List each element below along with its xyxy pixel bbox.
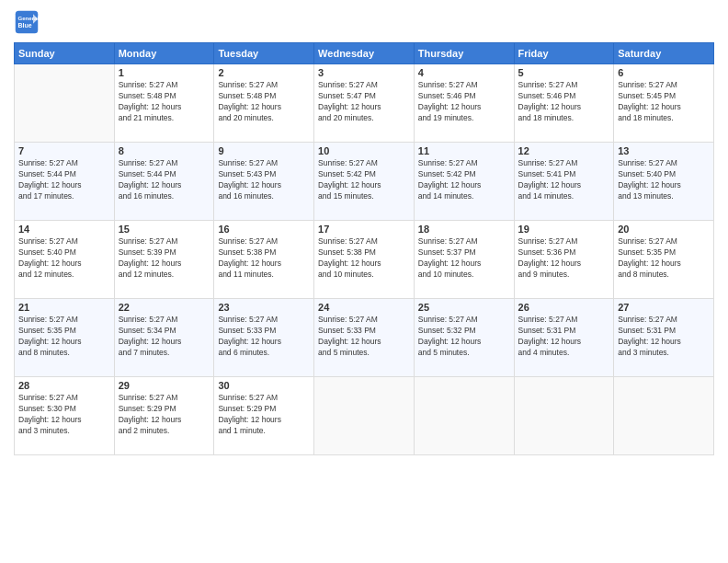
- day-number: 11: [418, 145, 510, 156]
- day-number: 4: [418, 67, 510, 78]
- calendar-week-4: 21Sunrise: 5:27 AMSunset: 5:35 PMDayligh…: [15, 299, 714, 377]
- cell-content: Sunrise: 5:27 AMSunset: 5:35 PMDaylight:…: [18, 315, 110, 359]
- calendar-cell: 4Sunrise: 5:27 AMSunset: 5:46 PMDaylight…: [414, 64, 514, 143]
- calendar-cell: 23Sunrise: 5:27 AMSunset: 5:33 PMDayligh…: [214, 299, 314, 377]
- calendar-cell: 28Sunrise: 5:27 AMSunset: 5:30 PMDayligh…: [15, 377, 115, 455]
- cell-content: Sunrise: 5:27 AMSunset: 5:43 PMDaylight:…: [218, 158, 310, 202]
- calendar-cell: 17Sunrise: 5:27 AMSunset: 5:38 PMDayligh…: [314, 221, 415, 299]
- calendar-cell: [15, 64, 115, 143]
- cell-content: Sunrise: 5:27 AMSunset: 5:36 PMDaylight:…: [518, 236, 610, 281]
- day-number: 23: [218, 302, 310, 313]
- cell-content: Sunrise: 5:27 AMSunset: 5:38 PMDaylight:…: [218, 236, 310, 281]
- cell-content: Sunrise: 5:27 AMSunset: 5:40 PMDaylight:…: [618, 158, 710, 202]
- day-number: 12: [518, 145, 610, 156]
- calendar-cell: 24Sunrise: 5:27 AMSunset: 5:33 PMDayligh…: [314, 299, 415, 377]
- calendar-week-5: 28Sunrise: 5:27 AMSunset: 5:30 PMDayligh…: [15, 377, 714, 455]
- cell-content: Sunrise: 5:27 AMSunset: 5:31 PMDaylight:…: [518, 315, 610, 359]
- day-number: 26: [518, 302, 610, 313]
- calendar-cell: 29Sunrise: 5:27 AMSunset: 5:29 PMDayligh…: [114, 377, 214, 455]
- day-number: 29: [119, 380, 210, 391]
- day-number: 6: [618, 67, 710, 78]
- day-number: 16: [218, 224, 310, 235]
- col-header-sunday: Sunday: [15, 43, 115, 64]
- cell-content: Sunrise: 5:27 AMSunset: 5:35 PMDaylight:…: [618, 236, 710, 281]
- day-number: 2: [218, 67, 310, 78]
- calendar-cell: [614, 377, 714, 455]
- calendar-cell: 22Sunrise: 5:27 AMSunset: 5:34 PMDayligh…: [114, 299, 214, 377]
- calendar-cell: 10Sunrise: 5:27 AMSunset: 5:42 PMDayligh…: [314, 143, 415, 221]
- day-number: 21: [18, 302, 110, 313]
- cell-content: Sunrise: 5:27 AMSunset: 5:32 PMDaylight:…: [418, 315, 510, 359]
- page-header: General Blue: [14, 9, 714, 35]
- day-number: 27: [618, 302, 710, 313]
- cell-content: Sunrise: 5:27 AMSunset: 5:34 PMDaylight:…: [119, 315, 210, 359]
- calendar-cell: 15Sunrise: 5:27 AMSunset: 5:39 PMDayligh…: [114, 221, 214, 299]
- cell-content: Sunrise: 5:27 AMSunset: 5:33 PMDaylight:…: [218, 315, 310, 359]
- day-number: 17: [318, 224, 410, 235]
- cell-content: Sunrise: 5:27 AMSunset: 5:44 PMDaylight:…: [119, 158, 210, 202]
- cell-content: Sunrise: 5:27 AMSunset: 5:40 PMDaylight:…: [18, 236, 110, 281]
- logo-icon: General Blue: [14, 9, 40, 35]
- day-number: 20: [618, 224, 710, 235]
- calendar: SundayMondayTuesdayWednesdayThursdayFrid…: [14, 42, 714, 455]
- day-number: 30: [218, 380, 310, 391]
- svg-text:Blue: Blue: [17, 22, 31, 29]
- calendar-cell: [314, 377, 415, 455]
- day-number: 15: [119, 224, 210, 235]
- calendar-week-1: 1Sunrise: 5:27 AMSunset: 5:48 PMDaylight…: [15, 64, 714, 143]
- calendar-cell: [514, 377, 614, 455]
- cell-content: Sunrise: 5:27 AMSunset: 5:48 PMDaylight:…: [218, 80, 310, 124]
- cell-content: Sunrise: 5:27 AMSunset: 5:38 PMDaylight:…: [318, 236, 410, 281]
- cell-content: Sunrise: 5:27 AMSunset: 5:42 PMDaylight:…: [318, 158, 410, 202]
- cell-content: Sunrise: 5:27 AMSunset: 5:39 PMDaylight:…: [119, 236, 210, 281]
- day-number: 5: [518, 67, 610, 78]
- calendar-cell: 3Sunrise: 5:27 AMSunset: 5:47 PMDaylight…: [314, 64, 415, 143]
- cell-content: Sunrise: 5:27 AMSunset: 5:48 PMDaylight:…: [119, 80, 210, 124]
- day-number: 14: [18, 224, 110, 235]
- calendar-cell: 9Sunrise: 5:27 AMSunset: 5:43 PMDaylight…: [214, 143, 314, 221]
- col-header-thursday: Thursday: [414, 43, 514, 64]
- day-number: 3: [318, 67, 410, 78]
- cell-content: Sunrise: 5:27 AMSunset: 5:41 PMDaylight:…: [518, 158, 610, 202]
- cell-content: Sunrise: 5:27 AMSunset: 5:29 PMDaylight:…: [218, 393, 310, 437]
- calendar-cell: 19Sunrise: 5:27 AMSunset: 5:36 PMDayligh…: [514, 221, 614, 299]
- day-number: 8: [119, 145, 210, 156]
- calendar-cell: 7Sunrise: 5:27 AMSunset: 5:44 PMDaylight…: [15, 143, 115, 221]
- calendar-cell: 2Sunrise: 5:27 AMSunset: 5:48 PMDaylight…: [214, 64, 314, 143]
- cell-content: Sunrise: 5:27 AMSunset: 5:33 PMDaylight:…: [318, 315, 410, 359]
- col-header-saturday: Saturday: [614, 43, 714, 64]
- col-header-friday: Friday: [514, 43, 614, 64]
- cell-content: Sunrise: 5:27 AMSunset: 5:46 PMDaylight:…: [518, 80, 610, 124]
- day-number: 18: [418, 224, 510, 235]
- day-number: 1: [119, 67, 210, 78]
- calendar-header-row: SundayMondayTuesdayWednesdayThursdayFrid…: [15, 43, 714, 64]
- day-number: 7: [18, 145, 110, 156]
- cell-content: Sunrise: 5:27 AMSunset: 5:29 PMDaylight:…: [119, 393, 210, 437]
- calendar-week-2: 7Sunrise: 5:27 AMSunset: 5:44 PMDaylight…: [15, 143, 714, 221]
- day-number: 25: [418, 302, 510, 313]
- cell-content: Sunrise: 5:27 AMSunset: 5:46 PMDaylight:…: [418, 80, 510, 124]
- day-number: 13: [618, 145, 710, 156]
- cell-content: Sunrise: 5:27 AMSunset: 5:30 PMDaylight:…: [18, 393, 110, 437]
- calendar-cell: 1Sunrise: 5:27 AMSunset: 5:48 PMDaylight…: [114, 64, 214, 143]
- calendar-cell: 11Sunrise: 5:27 AMSunset: 5:42 PMDayligh…: [414, 143, 514, 221]
- cell-content: Sunrise: 5:27 AMSunset: 5:44 PMDaylight:…: [18, 158, 110, 202]
- col-header-monday: Monday: [114, 43, 214, 64]
- calendar-cell: 25Sunrise: 5:27 AMSunset: 5:32 PMDayligh…: [414, 299, 514, 377]
- calendar-cell: 6Sunrise: 5:27 AMSunset: 5:45 PMDaylight…: [614, 64, 714, 143]
- calendar-cell: 26Sunrise: 5:27 AMSunset: 5:31 PMDayligh…: [514, 299, 614, 377]
- calendar-cell: [414, 377, 514, 455]
- cell-content: Sunrise: 5:27 AMSunset: 5:42 PMDaylight:…: [418, 158, 510, 202]
- day-number: 19: [518, 224, 610, 235]
- cell-content: Sunrise: 5:27 AMSunset: 5:47 PMDaylight:…: [318, 80, 410, 124]
- day-number: 24: [318, 302, 410, 313]
- day-number: 10: [318, 145, 410, 156]
- calendar-cell: 16Sunrise: 5:27 AMSunset: 5:38 PMDayligh…: [214, 221, 314, 299]
- col-header-wednesday: Wednesday: [314, 43, 415, 64]
- day-number: 9: [218, 145, 310, 156]
- calendar-cell: 14Sunrise: 5:27 AMSunset: 5:40 PMDayligh…: [15, 221, 115, 299]
- cell-content: Sunrise: 5:27 AMSunset: 5:37 PMDaylight:…: [418, 236, 510, 281]
- calendar-cell: 13Sunrise: 5:27 AMSunset: 5:40 PMDayligh…: [614, 143, 714, 221]
- calendar-week-3: 14Sunrise: 5:27 AMSunset: 5:40 PMDayligh…: [15, 221, 714, 299]
- cell-content: Sunrise: 5:27 AMSunset: 5:31 PMDaylight:…: [618, 315, 710, 359]
